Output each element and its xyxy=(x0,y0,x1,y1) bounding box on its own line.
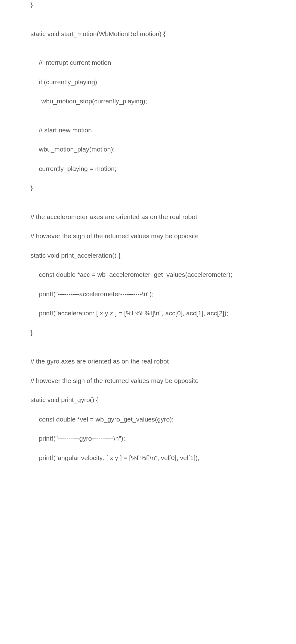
code-line: currently_playing = motion; xyxy=(31,164,265,174)
code-line: } xyxy=(31,0,265,10)
blank-line xyxy=(31,280,265,289)
code-line: // however the sign of the returned valu… xyxy=(31,231,265,241)
blank-line xyxy=(31,193,265,202)
blank-line xyxy=(31,202,265,212)
code-line: wbu_motion_stop(currently_playing); xyxy=(31,96,265,106)
code-line: // interrupt current motion xyxy=(31,58,265,68)
blank-line xyxy=(31,154,265,164)
blank-line xyxy=(31,222,265,231)
code-line: printf("----------accelerometer---------… xyxy=(31,289,265,299)
code-line: static void print_gyro() { xyxy=(31,395,265,405)
blank-line xyxy=(31,48,265,58)
code-line: const double *acc = wb_accelerometer_get… xyxy=(31,270,265,280)
code-line: // start new motion xyxy=(31,125,265,135)
blank-line xyxy=(31,241,265,251)
blank-line xyxy=(31,366,265,376)
blank-line xyxy=(31,347,265,356)
code-line: // the gyro axes are oriented as on the … xyxy=(31,356,265,366)
blank-line xyxy=(31,385,265,395)
blank-line xyxy=(31,10,265,19)
code-line: static void start_motion(WbMotionRef mot… xyxy=(31,29,265,39)
blank-line xyxy=(31,116,265,125)
blank-line xyxy=(31,87,265,96)
code-line: static void print_acceleration() { xyxy=(31,251,265,260)
blank-line xyxy=(31,39,265,48)
code-line: const double *vel = wb_gyro_get_values(g… xyxy=(31,414,265,424)
blank-line xyxy=(31,443,265,453)
blank-line xyxy=(31,106,265,116)
blank-line xyxy=(31,424,265,434)
code-line: } xyxy=(31,328,265,338)
blank-line xyxy=(31,405,265,414)
blank-line xyxy=(31,260,265,270)
code-line: printf("acceleration: [ x y z ] = [%f %f… xyxy=(31,308,265,318)
blank-line xyxy=(31,19,265,29)
blank-line xyxy=(31,173,265,183)
code-line: // the accelerometer axes are oriented a… xyxy=(31,212,265,222)
blank-line xyxy=(31,318,265,328)
blank-line xyxy=(31,299,265,308)
code-page: }static void start_motion(WbMotionRef mo… xyxy=(0,0,296,487)
code-line: if (currently_playing) xyxy=(31,77,265,87)
blank-line xyxy=(31,337,265,347)
code-line: printf("----------gyro----------\n"); xyxy=(31,434,265,443)
code-line: } xyxy=(31,183,265,193)
blank-line xyxy=(31,135,265,144)
code-line: // however the sign of the returned valu… xyxy=(31,376,265,386)
blank-line xyxy=(31,68,265,77)
code-line: wbu_motion_play(motion); xyxy=(31,144,265,154)
code-line: printf("angular velocity: [ x y ] = [%f … xyxy=(31,453,265,463)
